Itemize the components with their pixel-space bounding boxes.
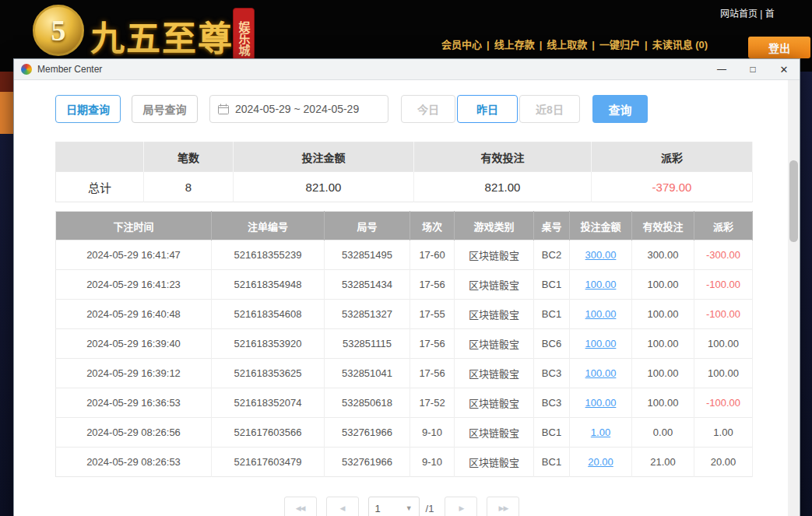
records-header-row: 下注时间注单编号局号场次游戏类别桌号投注金额有效投注派彩 bbox=[56, 212, 753, 240]
cell-4: 区块链骰宝 bbox=[455, 300, 534, 329]
search-button[interactable]: 查询 bbox=[592, 95, 648, 123]
cell-5: BC3 bbox=[534, 388, 570, 418]
cell-8: 20.00 bbox=[694, 448, 753, 477]
background-banner-strip bbox=[0, 72, 13, 92]
summary-table: 笔数投注金额有效投注派彩 总计 8 821.00 821.00 -379.00 bbox=[55, 142, 753, 202]
cell-5: BC1 bbox=[534, 418, 570, 448]
cell-2: 532761966 bbox=[325, 418, 410, 448]
cell-8: -300.00 bbox=[694, 240, 753, 270]
maximize-button[interactable]: □ bbox=[737, 59, 768, 79]
cell-3: 17-52 bbox=[410, 388, 455, 418]
records-table: 下注时间注单编号局号场次游戏类别桌号投注金额有效投注派彩 2024-05-29 … bbox=[55, 211, 753, 477]
cell-6[interactable]: 100.00 bbox=[570, 388, 632, 418]
nav-links: 会员中心|线上存款|线上取款|一键归户|未读讯息 (0) bbox=[438, 37, 711, 51]
cell-1: 521617603479 bbox=[212, 448, 325, 477]
cell-8: -100.00 bbox=[694, 270, 753, 300]
prev-page-button[interactable]: ◀ bbox=[326, 497, 359, 516]
summary-count: 8 bbox=[144, 172, 234, 202]
cell-1: 521618354948 bbox=[212, 270, 325, 300]
cell-6[interactable]: 1.00 bbox=[570, 418, 632, 448]
date-range-input[interactable]: 2024-05-29 ~ 2024-05-29 bbox=[209, 95, 388, 123]
nav-separator: | bbox=[540, 39, 543, 51]
cell-7: 100.00 bbox=[632, 270, 694, 300]
records-col-header: 游戏类别 bbox=[455, 212, 534, 240]
logout-button[interactable]: 登出 bbox=[748, 37, 810, 58]
page-select-value: 1 bbox=[375, 503, 381, 514]
summary-bet-amount: 821.00 bbox=[234, 172, 414, 202]
table-row: 2024-05-29 16:39:40521618353920532851115… bbox=[56, 329, 753, 359]
cell-8: 100.00 bbox=[694, 329, 753, 359]
summary-col-header: 有效投注 bbox=[414, 142, 592, 172]
records-body: 2024-05-29 16:41:47521618355239532851495… bbox=[56, 240, 753, 477]
cell-4: 区块链骰宝 bbox=[455, 388, 534, 418]
cell-0: 2024-05-29 16:40:48 bbox=[56, 300, 212, 329]
cell-5: BC2 bbox=[534, 240, 570, 270]
cell-1: 521618353625 bbox=[212, 359, 325, 388]
cell-1: 521618355239 bbox=[212, 240, 325, 270]
cell-5: BC6 bbox=[534, 329, 570, 359]
records-col-header: 局号 bbox=[325, 212, 410, 240]
last-page-button[interactable]: ▶▶ bbox=[487, 497, 519, 516]
today-button[interactable]: 今日 bbox=[401, 95, 455, 123]
nav-link[interactable]: 未读讯息 (0) bbox=[652, 39, 708, 51]
page-select[interactable]: 1 ▼ bbox=[368, 497, 420, 516]
nav-link[interactable]: 会员中心 bbox=[441, 39, 482, 51]
cell-4: 区块链骰宝 bbox=[455, 240, 534, 270]
table-row: 2024-05-29 08:26:56521617603566532761966… bbox=[56, 418, 753, 448]
close-button[interactable]: ✕ bbox=[768, 59, 800, 79]
cell-6[interactable]: 100.00 bbox=[570, 300, 632, 329]
logo-coin-icon: 5 bbox=[33, 5, 84, 56]
cell-0: 2024-05-29 16:41:47 bbox=[56, 240, 212, 270]
cell-3: 17-56 bbox=[410, 359, 455, 388]
cell-0: 2024-05-29 08:26:53 bbox=[56, 448, 212, 477]
cell-8: 100.00 bbox=[694, 359, 753, 388]
scrollbar-thumb[interactable] bbox=[789, 160, 798, 242]
app-icon bbox=[21, 64, 32, 75]
vertical-scrollbar[interactable] bbox=[788, 80, 800, 516]
cell-6[interactable]: 100.00 bbox=[570, 270, 632, 300]
next-page-button[interactable]: ▶ bbox=[445, 497, 477, 516]
table-row: 2024-05-29 16:41:23521618354948532851434… bbox=[56, 270, 753, 300]
table-row: 2024-05-29 16:40:48521618354608532851327… bbox=[56, 300, 753, 329]
tab-date-query[interactable]: 日期查询 bbox=[55, 95, 121, 123]
cell-7: 100.00 bbox=[632, 388, 694, 418]
cell-7: 300.00 bbox=[632, 240, 694, 270]
cell-7: 0.00 bbox=[632, 418, 694, 448]
cell-2: 532851115 bbox=[325, 329, 410, 359]
cell-2: 532851434 bbox=[325, 270, 410, 300]
calendar-icon bbox=[218, 104, 229, 114]
cell-6[interactable]: 100.00 bbox=[570, 359, 632, 388]
summary-col-header bbox=[56, 142, 144, 172]
cell-4: 区块链骰宝 bbox=[455, 270, 534, 300]
summary-label: 总计 bbox=[56, 172, 144, 202]
cell-6[interactable]: 20.00 bbox=[570, 448, 632, 477]
first-page-button[interactable]: ◀◀ bbox=[284, 497, 317, 516]
records-col-header: 派彩 bbox=[694, 212, 753, 240]
cell-5: BC3 bbox=[534, 359, 570, 388]
records-col-header: 下注时间 bbox=[56, 212, 212, 240]
last8days-button[interactable]: 近8日 bbox=[519, 95, 580, 123]
summary-payout: -379.00 bbox=[592, 172, 753, 202]
cell-0: 2024-05-29 16:36:53 bbox=[56, 388, 212, 418]
records-col-header: 投注金额 bbox=[570, 212, 632, 240]
minimize-button[interactable]: — bbox=[706, 59, 737, 79]
yesterday-button[interactable]: 昨日 bbox=[457, 95, 518, 123]
records-col-header: 注单编号 bbox=[212, 212, 325, 240]
cell-5: BC1 bbox=[534, 300, 570, 329]
chevron-down-icon: ▼ bbox=[406, 504, 413, 512]
cell-6[interactable]: 300.00 bbox=[570, 240, 632, 270]
cell-6[interactable]: 100.00 bbox=[570, 329, 632, 359]
nav-separator: | bbox=[487, 39, 490, 51]
records-col-header: 桌号 bbox=[534, 212, 570, 240]
tab-round-query[interactable]: 局号查询 bbox=[132, 95, 198, 123]
cell-7: 21.00 bbox=[632, 448, 694, 477]
cell-1: 521618354608 bbox=[212, 300, 325, 329]
cell-3: 9-10 bbox=[410, 418, 455, 448]
nav-link[interactable]: 一键归户 bbox=[599, 39, 640, 51]
nav-link[interactable]: 线上存款 bbox=[494, 39, 535, 51]
nav-link[interactable]: 线上取款 bbox=[547, 39, 587, 51]
background-banner-strip-orange bbox=[0, 92, 13, 134]
top-right-links[interactable]: 网站首页 | 首 bbox=[719, 6, 812, 19]
window-titlebar[interactable]: Member Center — □ ✕ bbox=[14, 59, 800, 80]
cell-0: 2024-05-29 16:41:23 bbox=[56, 270, 212, 300]
